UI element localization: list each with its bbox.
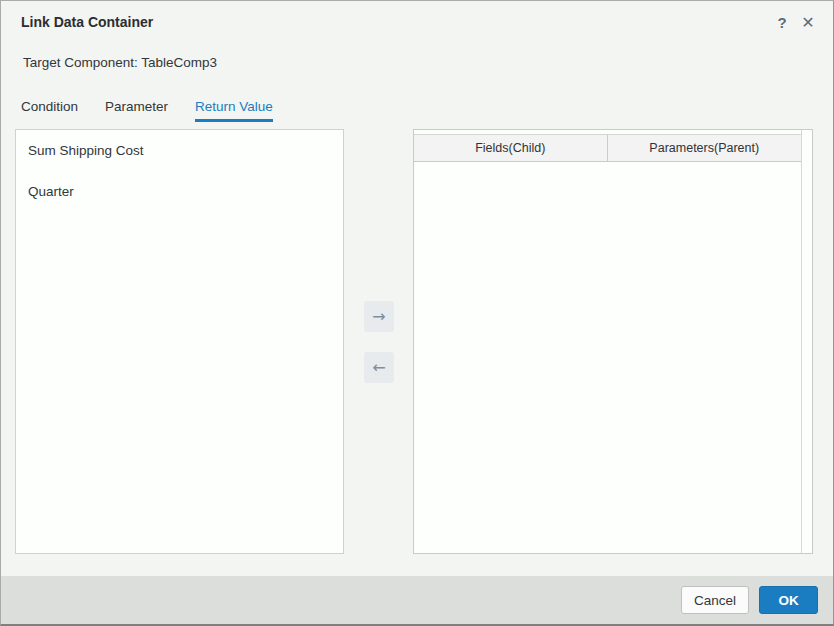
target-component-label: Target Component: TableComp3 [23, 55, 217, 70]
close-icon[interactable]: ✕ [797, 11, 819, 33]
move-left-button[interactable]: ← [364, 352, 394, 383]
cancel-button[interactable]: Cancel [681, 586, 749, 614]
help-icon[interactable]: ? [771, 11, 793, 33]
tab-return-value[interactable]: Return Value [195, 99, 273, 122]
link-data-container-dialog: Link Data Container ? ✕ Target Component… [0, 0, 834, 626]
table-scrollbar-track[interactable] [801, 130, 812, 553]
list-item[interactable]: Sum Shipping Cost [16, 130, 343, 171]
arrow-left-icon: ← [372, 358, 385, 377]
mapping-table-header: Fields(Child) Parameters(Parent) [414, 134, 801, 162]
ok-button[interactable]: OK [759, 586, 818, 614]
list-item[interactable]: Quarter [16, 171, 343, 212]
tab-condition[interactable]: Condition [21, 99, 78, 122]
move-right-button[interactable]: → [364, 301, 394, 332]
arrow-right-icon: → [372, 307, 385, 326]
mapping-table-body[interactable] [414, 163, 801, 553]
available-fields-list[interactable]: Sum Shipping Cost Quarter [15, 129, 344, 554]
footer-bar: Cancel OK [1, 576, 833, 624]
tab-bar: Condition Parameter Return Value [21, 99, 300, 122]
tab-parameter[interactable]: Parameter [105, 99, 168, 122]
dialog-title: Link Data Container [21, 14, 153, 30]
column-header-fields-child: Fields(Child) [414, 135, 608, 161]
mapping-table: Fields(Child) Parameters(Parent) [413, 129, 813, 554]
column-header-parameters-parent: Parameters(Parent) [608, 135, 802, 161]
